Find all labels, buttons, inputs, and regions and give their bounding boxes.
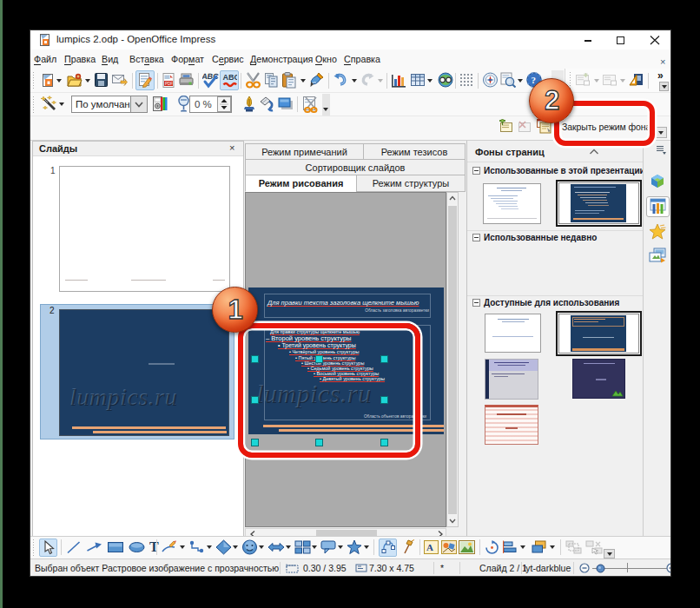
- svg-text:PDF: PDF: [165, 82, 173, 86]
- svg-text:A: A: [426, 542, 433, 552]
- svg-text:ABC: ABC: [223, 73, 238, 82]
